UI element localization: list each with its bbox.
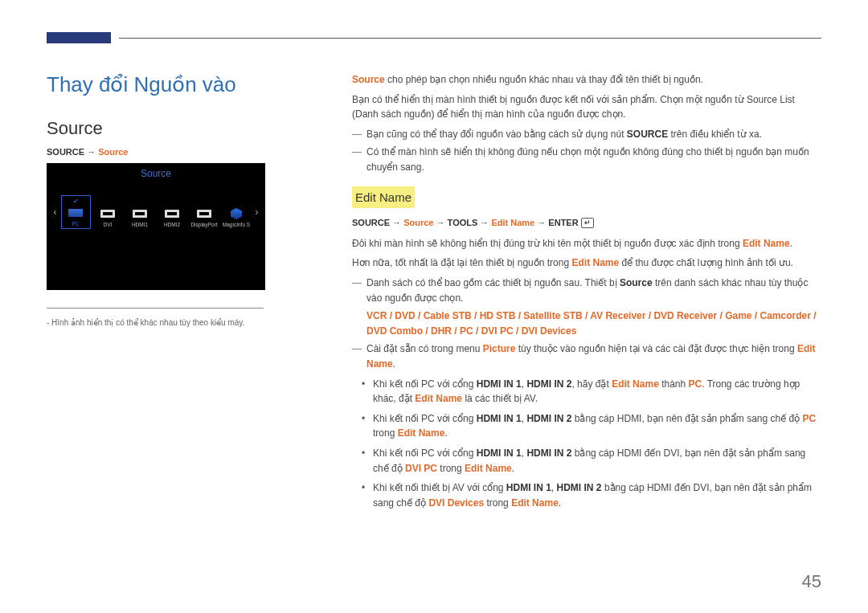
main-content: Thay đổi Nguồn vào Source SOURCE → Sourc… <box>47 72 821 557</box>
osd-label: PC <box>72 221 79 227</box>
list-item: Có thể màn hình sẽ hiển thị không đúng n… <box>352 145 821 174</box>
osd-item-pc[interactable]: ✔ PC <box>61 195 91 229</box>
list-item: Khi kết nối PC với cổng HDMI IN 1, HDMI … <box>352 377 821 407</box>
osd-item-magicinfo[interactable]: MagicInfo S <box>222 195 252 229</box>
image-disclaimer: - Hình ảnh hiển thị có thể khác nhau tùy… <box>47 318 320 327</box>
top-rule <box>47 32 821 48</box>
osd-label: HDMI1 <box>132 222 148 227</box>
osd-item-hdmi2[interactable]: HDMI2 <box>158 195 187 229</box>
osd-items: ✔ PC DVI HDMI1 HDMI2 <box>61 195 252 229</box>
page-title: Thay đổi Nguồn vào <box>47 72 320 97</box>
osd-arrow-right-icon[interactable]: › <box>252 206 263 218</box>
divider <box>47 308 264 309</box>
list-item: Khi kết nối PC với cổng HDMI IN 1, HDMI … <box>352 411 821 441</box>
dash-list: Bạn cũng có thể thay đổi nguồn vào bằng … <box>352 127 821 175</box>
osd-arrow-left-icon[interactable]: ‹ <box>50 206 61 218</box>
enter-icon: ↵ <box>581 218 594 228</box>
list-item: Danh sách có thể bao gồm các thiết bị ng… <box>352 276 821 338</box>
bullet-list: Khi kết nối PC với cổng HDMI IN 1, HDMI … <box>352 377 821 511</box>
displayport-icon <box>196 209 212 219</box>
section-heading-source: Source <box>47 118 320 139</box>
paragraph: Hơn nữa, tốt nhất là đặt lại tên thiết b… <box>352 255 821 271</box>
osd-label: HDMI2 <box>164 222 180 227</box>
device-list: VCR / DVD / Cable STB / HD STB / Satelli… <box>366 309 821 338</box>
list-item: Cài đặt sẵn có trong menu Picture tùy th… <box>352 341 821 371</box>
section-heading-editname: Edit Name <box>352 186 415 208</box>
osd-label: DVI <box>104 222 113 227</box>
list-item: Khi kết nối PC với cổng HDMI IN 1, HDMI … <box>352 446 821 476</box>
hdmi-icon <box>164 209 180 219</box>
osd-label: MagicInfo S <box>223 222 250 227</box>
magicinfo-icon <box>228 209 244 219</box>
right-column: Source cho phép bạn chọn nhiều nguồn khá… <box>352 72 821 557</box>
breadcrumb-source-value: Source <box>98 147 128 157</box>
breadcrumb-source: SOURCE → Source <box>47 147 320 157</box>
hdmi-icon <box>132 209 148 219</box>
dash-list: Danh sách có thể bao gồm các thiết bị ng… <box>352 276 821 372</box>
osd-item-row: ‹ ✔ PC DVI HDMI1 <box>47 192 265 232</box>
horizontal-rule <box>119 38 821 39</box>
dvi-icon <box>100 209 116 219</box>
pc-connector-icon <box>68 208 84 218</box>
check-icon: ✔ <box>73 198 79 205</box>
osd-item-dvi[interactable]: DVI <box>93 195 123 229</box>
page-number: 45 <box>802 571 821 592</box>
source-osd-screenshot: Source ‹ ✔ PC DVI HDMI1 <box>47 163 265 290</box>
osd-item-displayport[interactable]: DisplayPort <box>190 195 219 229</box>
osd-item-hdmi1[interactable]: HDMI1 <box>125 195 155 229</box>
accent-block <box>47 32 111 43</box>
paragraph: Source cho phép bạn chọn nhiều nguồn khá… <box>352 72 821 88</box>
left-column: Thay đổi Nguồn vào Source SOURCE → Sourc… <box>47 72 320 557</box>
paragraph: Bạn có thể hiển thị màn hình thiết bị ng… <box>352 92 821 122</box>
list-item: Khi kết nối thiết bị AV với cổng HDMI IN… <box>352 480 821 510</box>
breadcrumb-source-key: SOURCE <box>47 147 84 157</box>
breadcrumb-editname: SOURCE → Source → TOOLS → Edit Name → EN… <box>352 216 821 230</box>
paragraph: Đôi khi màn hình sẽ không hiển thị đúng … <box>352 236 821 251</box>
list-item: Bạn cũng có thể thay đổi nguồn vào bằng … <box>352 127 821 142</box>
osd-label: DisplayPort <box>190 222 217 227</box>
osd-title: Source <box>47 163 265 179</box>
